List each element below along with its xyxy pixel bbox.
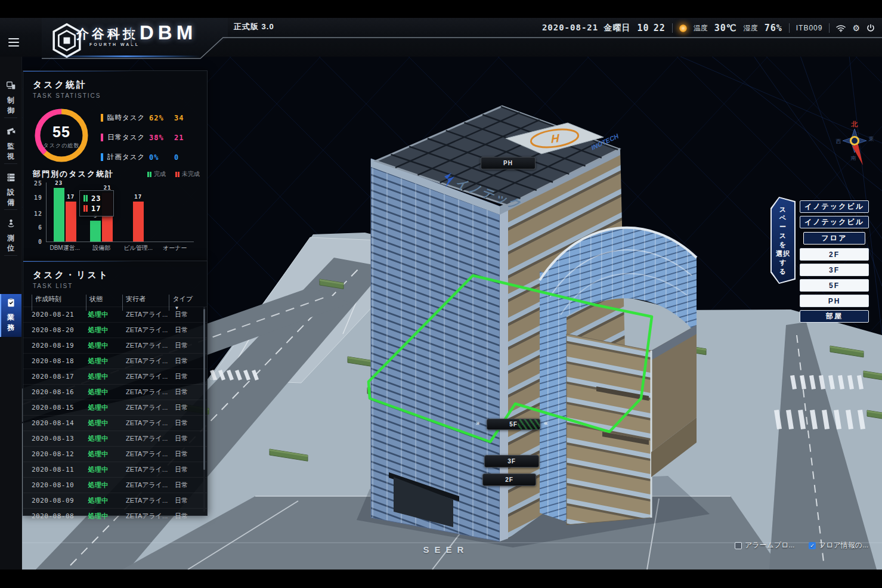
cell-executor: ZETAアライ... <box>123 310 175 319</box>
date-label: 2020-08-21 金曜日 <box>542 23 631 33</box>
floor-label-5F[interactable]: 5F <box>487 419 540 430</box>
sidebar-item-monitor[interactable]: 監 視 <box>0 123 21 166</box>
cell-executor: ZETAアライ... <box>123 357 175 366</box>
bar-group[interactable]: 17 <box>120 183 157 242</box>
space-button-3F[interactable]: 3F <box>800 264 869 276</box>
cell-type: 日常 <box>175 341 188 350</box>
legend-name: 臨時タスク <box>107 113 149 122</box>
sidebar-item-position[interactable]: 測 位 <box>0 215 21 258</box>
cell-created: 2020-08-18 <box>23 357 85 365</box>
bar-未完成: 17 <box>133 202 144 242</box>
table-row[interactable]: 2020-08-15処理中ZETAアライ...日常 <box>23 400 207 415</box>
tooltip-row: 17 <box>83 203 110 213</box>
space-button-イノテックビル[interactable]: イノテックビル <box>800 200 869 213</box>
table-row[interactable]: 2020-08-09処理中ZETAアライ...日常 <box>23 493 207 508</box>
cell-status: 処理中 <box>85 419 123 428</box>
table-row[interactable]: 2020-08-12処理中ZETAアライ...日常 <box>23 446 207 462</box>
clock-minutes: 22 <box>654 23 666 33</box>
cell-created: 2020-08-17 <box>23 373 85 380</box>
table-row[interactable]: 2020-08-08処理中ZETAアライ...日常 <box>23 508 207 524</box>
legend-color-swatch <box>101 114 103 122</box>
space-button-イノテックビル[interactable]: イノテックビル <box>800 216 869 228</box>
table-row[interactable]: 2020-08-16処理中ZETAアライ...日常 <box>23 384 207 400</box>
cell-status: 処理中 <box>85 481 123 490</box>
category-label: オーナー <box>157 244 194 252</box>
space-select-tab[interactable]: スペースを選択する <box>770 197 796 284</box>
table-row[interactable]: 2020-08-11処理中ZETAアライ...日常 <box>23 462 207 477</box>
nav-rail: 制 御監 視設 備測 位業 務 <box>0 57 22 570</box>
scrollbar[interactable] <box>203 307 205 512</box>
table-row[interactable]: 2020-08-20処理中ZETAアライ...日常 <box>23 322 207 338</box>
header-divider <box>829 23 830 33</box>
y-tick: 12 <box>29 211 42 217</box>
y-tick: 6 <box>29 224 42 231</box>
cell-created: 2020-08-21 <box>23 311 85 318</box>
space-select-label: スペースを選択する <box>776 205 790 276</box>
table-row[interactable]: 2020-08-14処理中ZETAアライ...日常 <box>23 415 207 431</box>
compass-south: 南 <box>851 155 856 161</box>
sidebar-item-equipment[interactable]: 設 備 <box>0 169 21 212</box>
toggle-floor-info[interactable]: ✓フロア情報の... <box>809 540 868 550</box>
cell-type: 日常 <box>175 512 188 521</box>
floor-label-3F[interactable]: 3F <box>484 455 539 468</box>
sidebar-item-label: 測 位 <box>7 233 14 254</box>
tooltip-row: 23 <box>83 193 110 203</box>
cell-executor: ZETAアライ... <box>123 434 175 443</box>
table-row[interactable]: 2020-08-19処理中ZETAアライ...日常 <box>23 338 207 353</box>
toggle-alarm[interactable]: アラームプロ... <box>735 540 794 550</box>
cell-created: 2020-08-08 <box>23 512 85 520</box>
compass-west: 西 <box>836 138 841 144</box>
bar-groups: 231792117 <box>47 183 193 242</box>
table-row[interactable]: 2020-08-18処理中ZETAアライ...日常 <box>23 353 207 369</box>
cell-executor: ZETAアライ... <box>123 481 175 490</box>
table-row[interactable]: 2020-08-13処理中ZETAアライ...日常 <box>23 431 207 446</box>
cell-executor: ZETAアライ... <box>123 450 175 459</box>
y-tick: 0 <box>29 239 42 245</box>
cell-type: 日常 <box>175 465 188 474</box>
legend-pct: 38% <box>149 134 174 142</box>
task-statistics-panel: タスク統計 TASK STATISTICS 55 タスクの総数 臨時タスク62%… <box>23 70 208 261</box>
donut-legend-row: 日常タスク38%21 <box>101 128 202 147</box>
legend-count: 21 <box>174 134 184 142</box>
table-row[interactable]: 2020-08-21処理中ZETAアライ...日常 <box>23 307 207 322</box>
gear-icon[interactable]: ⚙ <box>852 23 860 33</box>
space-buttons: イノテックビルイノテックビルフロア2F3F5FPH部屋 <box>800 200 869 323</box>
scrollbar-thumb[interactable] <box>203 309 205 470</box>
floor-label-PH[interactable]: PH <box>481 157 536 169</box>
task-list-panel: タスク・リスト TASK LIST 作成時刻 状態 実行者 タイプ▼ 2020-… <box>23 261 208 516</box>
bar-value-label: 17 <box>66 194 76 200</box>
space-button-フロア[interactable]: フロア <box>803 232 865 245</box>
cell-type: 日常 <box>175 403 188 412</box>
table-row[interactable]: 2020-08-17処理中ZETAアライ...日常 <box>23 369 207 384</box>
cell-status: 処理中 <box>85 496 123 505</box>
bar-group[interactable] <box>157 183 194 242</box>
space-button-2F[interactable]: 2F <box>800 248 869 261</box>
x-axis <box>46 242 194 242</box>
humidity-value: 76% <box>765 23 782 33</box>
checkbox-icon[interactable] <box>735 542 742 549</box>
power-icon[interactable] <box>866 24 875 32</box>
sidebar-item-tasks[interactable]: 業 務 <box>0 294 21 337</box>
cell-executor: ZETAアライ... <box>123 419 175 428</box>
legend-pct: 62% <box>149 114 174 122</box>
floor-label-2F[interactable]: 2F <box>482 474 536 486</box>
watermark-text: SEER <box>410 544 482 555</box>
bar-group[interactable]: 2317 <box>47 183 83 242</box>
menu-hamburger-icon[interactable] <box>8 38 19 48</box>
space-button-PH[interactable]: PH <box>800 295 869 307</box>
sidebar-item-label: 監 視 <box>7 141 14 162</box>
table-row[interactable]: 2020-08-10処理中ZETAアライ...日常 <box>23 477 207 493</box>
device-id: ITB009 <box>796 24 823 32</box>
floor-next-arrow[interactable]: « <box>544 419 547 426</box>
sidebar-item-control[interactable]: 制 御 <box>0 77 21 120</box>
space-button-部屋[interactable]: 部屋 <box>800 310 869 323</box>
cell-created: 2020-08-14 <box>23 419 85 427</box>
sidebar-item-label: 制 御 <box>7 95 14 116</box>
checkbox-checked-icon[interactable]: ✓ <box>809 542 816 549</box>
chart-tooltip: 2317 <box>79 190 114 216</box>
bar-完成: 9 <box>90 221 101 242</box>
space-button-5F[interactable]: 5F <box>800 279 869 292</box>
floor-prev-arrow[interactable]: » <box>476 419 479 426</box>
panel-subtitle: TASK STATISTICS <box>33 92 101 99</box>
tooltip-bars-icon <box>83 195 88 202</box>
